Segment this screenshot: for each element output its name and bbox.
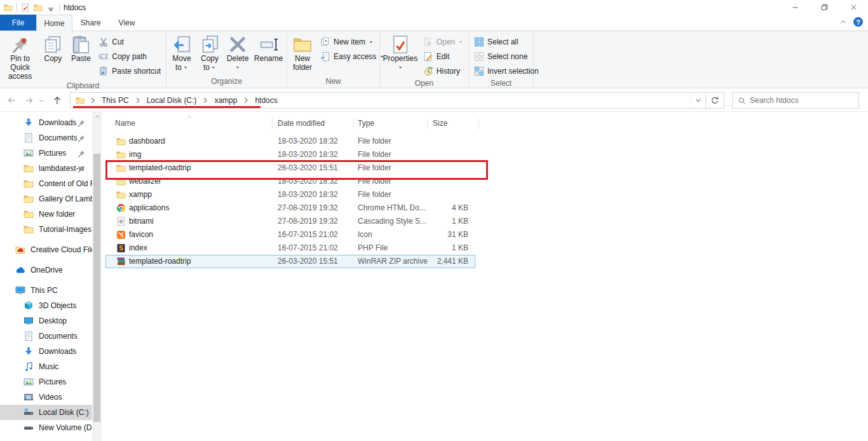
properties-button[interactable] [21,3,30,12]
breadcrumb-segment-local-disk-c[interactable]: Local Disk (C:) [144,96,200,105]
easy-access-button[interactable]: Easy access [316,49,388,64]
column-header-type[interactable]: Type [358,119,374,128]
sidebar-item-documents[interactable]: Documents [0,329,92,344]
close-button[interactable] [839,0,868,15]
tab-share[interactable]: Share [72,15,109,31]
scrollbar-thumb[interactable] [93,154,100,422]
sidebar-item-tutorial-images[interactable]: Tutorial-Images [0,222,92,237]
file-row-webalizer[interactable]: webalizer18-03-2020 18:32File folder [105,175,475,188]
history-button[interactable]: History [419,64,467,78]
folder-icon [116,150,126,159]
breadcrumb-red-underline-annotation [73,106,261,108]
tab-file[interactable]: File [0,15,36,31]
new-item-button[interactable]: New item [316,34,388,49]
address-dropdown-icon[interactable] [690,93,705,108]
sidebar-item-downloads[interactable]: Downloads [0,115,92,130]
restore-button[interactable] [810,0,839,15]
sidebar-item-lambdatest-w[interactable]: lambdatest-w [0,161,92,176]
sidebar-item-label: Desktop [39,316,67,325]
edit-button[interactable]: Edit [419,49,467,64]
breadcrumb-chevron-icon[interactable] [200,96,211,105]
button-label: History [437,67,460,76]
sidebar-item-pictures[interactable]: Pictures [0,146,92,161]
column-separator[interactable] [427,118,428,130]
new-folder-button[interactable]: Newfolder [288,33,316,72]
file-row-xampp[interactable]: xampp18-03-2020 18:32File folder [105,188,475,201]
tab-home[interactable]: Home [36,15,72,31]
sidebar-item-gallery-of-lambd[interactable]: Gallery Of Lambd [0,191,92,207]
sidebar-item-new-folder[interactable]: New folder [0,207,92,222]
search-box[interactable] [732,92,859,109]
breadcrumb-chevron-icon[interactable] [132,96,144,105]
file-row-index[interactable]: Sindex16-07-2015 21:02PHP File1 KB [105,241,475,255]
scroll-up-icon[interactable] [92,112,102,122]
file-row-img[interactable]: img18-03-2020 18:32File folder [105,148,475,161]
copy-to-button[interactable]: Copyto [196,33,224,72]
breadcrumb-chevron-icon[interactable] [87,96,98,105]
breadcrumb-segment-xampp[interactable]: xampp [211,96,240,105]
file-row-dashboard[interactable]: dashboard18-03-2020 18:32File folder [105,135,475,148]
column-header-name[interactable]: Name [115,119,135,128]
breadcrumb-segment-this-pc[interactable]: This PC [98,96,132,105]
sidebar-item-pictures[interactable]: Pictures [0,374,92,390]
sidebar-item-desktop[interactable]: Desktop [0,313,92,329]
column-separator[interactable] [353,118,354,130]
move-to-button[interactable]: Moveto [168,33,196,72]
breadcrumb-segment-htdocs[interactable]: htdocs [252,96,280,105]
back-icon[interactable] [4,92,19,109]
sidebar-item-music[interactable]: Music [0,359,92,374]
file-row-favicon[interactable]: favicon16-07-2015 21:02Icon31 KB [105,228,475,241]
column-header-date-modified[interactable]: Date modified [278,119,325,128]
sidebar-item-3d-objects[interactable]: 3D Objects [0,298,92,313]
breadcrumb-chevron-icon[interactable] [240,96,252,105]
sidebar-item-local-disk-c[interactable]: Local Disk (C:) [0,405,92,420]
select-all-button[interactable]: Select all [470,34,543,49]
button-label: Select none [487,52,527,61]
delete-button[interactable]: Delete [224,33,252,72]
properties-button[interactable]: Properties [381,33,419,72]
up-icon[interactable] [50,92,65,109]
ribbon-button-column: Select allSelect noneInvert selection [470,33,543,78]
search-input[interactable] [750,96,853,105]
sidebar-item-label: Downloads [39,347,76,356]
paste-button[interactable]: Paste [67,33,95,63]
help-button[interactable]: ? [853,17,863,27]
button-label: Open [437,37,455,46]
copy-path-button[interactable]: W...Copy path [95,49,165,64]
sidebar-item-label: OneDrive [31,266,63,275]
cut-button[interactable]: Cut [95,34,165,49]
sidebar-item-videos[interactable]: Videos [0,390,92,405]
column-separator[interactable] [478,118,479,130]
column-separator[interactable] [272,118,273,130]
refresh-icon[interactable] [705,93,724,108]
sidebar-item-onedrive[interactable]: OneDrive [0,262,92,278]
file-row-templated-roadtrip[interactable]: templated-roadtrip26-03-2020 15:51WinRAR… [105,255,475,268]
customize-button[interactable] [46,3,55,12]
rename-button[interactable]: Rename [252,33,285,63]
pin-to-quick-access-button[interactable]: Pin to Quickaccess [1,33,39,81]
sidebar-item-this-pc[interactable]: This PC [0,283,92,298]
file-row-templated-roadtrip[interactable]: templated-roadtrip26-03-2020 15:51File f… [105,161,475,175]
open-button[interactable]: Open [419,34,467,49]
forward-icon[interactable] [22,92,37,109]
recent-locations-chevron-icon[interactable] [37,92,46,109]
sidebar-item-content-of-old-r[interactable]: Content of Old R [0,176,92,191]
copy-button[interactable]: Copy [39,33,67,63]
button-label: Paste [71,54,91,63]
sidebar-item-downloads[interactable]: Downloads [0,344,92,359]
navigation-scrollbar[interactable] [92,112,102,441]
tab-view[interactable]: View [109,15,145,31]
file-row-applications[interactable]: applications27-08-2019 19:32Chrome HTML … [105,201,475,215]
sidebar-item-creative-cloud-file[interactable]: Creative Cloud File [0,242,92,257]
collapse-ribbon-icon[interactable] [839,18,847,26]
invert-selection-button[interactable]: Invert selection [470,64,543,78]
minimize-button[interactable] [780,0,810,15]
column-header-size[interactable]: Size [433,119,447,128]
file-row-bitnami[interactable]: bitnami27-08-2019 19:32Cascading Style S… [105,215,475,228]
paste-shortcut-button[interactable]: Paste shortcut [95,64,165,78]
sidebar-item-new-volume-d[interactable]: New Volume (D:) [0,420,92,435]
sidebar-item-label: 3D Objects [39,301,76,310]
select-none-button[interactable]: Select none [470,49,543,64]
new-folder-button[interactable] [34,3,43,12]
sidebar-item-documents[interactable]: Documents [0,130,92,146]
